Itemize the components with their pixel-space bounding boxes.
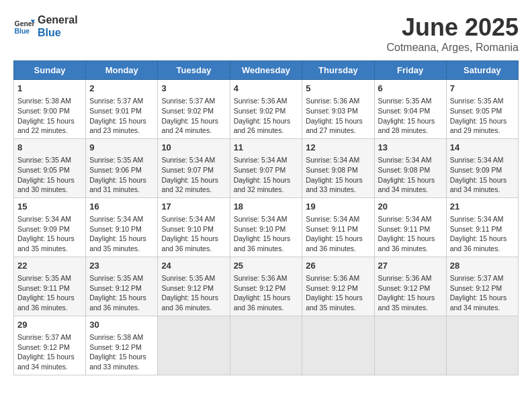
- table-row: 16Sunrise: 5:34 AMSunset: 9:10 PMDayligh…: [86, 197, 158, 257]
- table-row: [374, 316, 446, 375]
- page-header: General Blue General Blue June 2025 Cotm…: [13, 13, 519, 54]
- table-row: 23Sunrise: 5:35 AMSunset: 9:12 PMDayligh…: [86, 257, 158, 316]
- table-row: 26Sunrise: 5:36 AMSunset: 9:12 PMDayligh…: [302, 257, 374, 316]
- svg-text:Blue: Blue: [15, 28, 30, 35]
- calendar-week-row: 1Sunrise: 5:38 AMSunset: 9:00 PMDaylight…: [14, 80, 519, 139]
- table-row: [230, 316, 302, 375]
- logo-icon: General Blue: [13, 15, 35, 37]
- table-row: 29Sunrise: 5:37 AMSunset: 9:12 PMDayligh…: [14, 316, 86, 375]
- table-row: 1Sunrise: 5:38 AMSunset: 9:00 PMDaylight…: [14, 80, 86, 139]
- title-area: June 2025 Cotmeana, Arges, Romania: [386, 13, 519, 54]
- table-row: 2Sunrise: 5:37 AMSunset: 9:01 PMDaylight…: [86, 80, 158, 139]
- table-row: [158, 316, 230, 375]
- table-row: 20Sunrise: 5:34 AMSunset: 9:11 PMDayligh…: [374, 197, 446, 257]
- calendar-week-row: 15Sunrise: 5:34 AMSunset: 9:09 PMDayligh…: [14, 197, 519, 257]
- table-row: 3Sunrise: 5:37 AMSunset: 9:02 PMDaylight…: [158, 80, 230, 139]
- table-row: 17Sunrise: 5:34 AMSunset: 9:10 PMDayligh…: [158, 197, 230, 257]
- table-row: 15Sunrise: 5:34 AMSunset: 9:09 PMDayligh…: [14, 197, 86, 257]
- logo-line2: Blue: [38, 26, 78, 39]
- table-row: 21Sunrise: 5:34 AMSunset: 9:11 PMDayligh…: [446, 197, 518, 257]
- calendar-header-row: Sunday Monday Tuesday Wednesday Thursday…: [14, 61, 519, 80]
- table-row: [302, 316, 374, 375]
- logo-line1: General: [38, 13, 78, 26]
- calendar-week-row: 8Sunrise: 5:35 AMSunset: 9:05 PMDaylight…: [14, 138, 519, 197]
- header-wednesday: Wednesday: [230, 61, 302, 80]
- table-row: 10Sunrise: 5:34 AMSunset: 9:07 PMDayligh…: [158, 138, 230, 197]
- table-row: 25Sunrise: 5:36 AMSunset: 9:12 PMDayligh…: [230, 257, 302, 316]
- table-row: 30Sunrise: 5:38 AMSunset: 9:12 PMDayligh…: [86, 316, 158, 375]
- table-row: 4Sunrise: 5:36 AMSunset: 9:02 PMDaylight…: [230, 80, 302, 139]
- table-row: [446, 316, 518, 375]
- table-row: 8Sunrise: 5:35 AMSunset: 9:05 PMDaylight…: [14, 138, 86, 197]
- header-sunday: Sunday: [14, 61, 86, 80]
- page-title: June 2025: [386, 13, 519, 42]
- header-saturday: Saturday: [446, 61, 518, 80]
- table-row: 6Sunrise: 5:35 AMSunset: 9:04 PMDaylight…: [374, 80, 446, 139]
- header-monday: Monday: [86, 61, 158, 80]
- logo: General Blue General Blue: [13, 13, 78, 39]
- table-row: 13Sunrise: 5:34 AMSunset: 9:08 PMDayligh…: [374, 138, 446, 197]
- calendar-week-row: 29Sunrise: 5:37 AMSunset: 9:12 PMDayligh…: [14, 316, 519, 375]
- table-row: 7Sunrise: 5:35 AMSunset: 9:05 PMDaylight…: [446, 80, 518, 139]
- table-row: 12Sunrise: 5:34 AMSunset: 9:08 PMDayligh…: [302, 138, 374, 197]
- table-row: 9Sunrise: 5:35 AMSunset: 9:06 PMDaylight…: [86, 138, 158, 197]
- header-friday: Friday: [374, 61, 446, 80]
- table-row: 18Sunrise: 5:34 AMSunset: 9:10 PMDayligh…: [230, 197, 302, 257]
- table-row: 5Sunrise: 5:36 AMSunset: 9:03 PMDaylight…: [302, 80, 374, 139]
- table-row: 11Sunrise: 5:34 AMSunset: 9:07 PMDayligh…: [230, 138, 302, 197]
- table-row: 28Sunrise: 5:37 AMSunset: 9:12 PMDayligh…: [446, 257, 518, 316]
- page-subtitle: Cotmeana, Arges, Romania: [386, 42, 519, 54]
- header-tuesday: Tuesday: [158, 61, 230, 80]
- table-row: 19Sunrise: 5:34 AMSunset: 9:11 PMDayligh…: [302, 197, 374, 257]
- calendar-week-row: 22Sunrise: 5:35 AMSunset: 9:11 PMDayligh…: [14, 257, 519, 316]
- calendar-table: Sunday Monday Tuesday Wednesday Thursday…: [13, 60, 519, 375]
- table-row: 24Sunrise: 5:35 AMSunset: 9:12 PMDayligh…: [158, 257, 230, 316]
- header-thursday: Thursday: [302, 61, 374, 80]
- table-row: 14Sunrise: 5:34 AMSunset: 9:09 PMDayligh…: [446, 138, 518, 197]
- table-row: 27Sunrise: 5:36 AMSunset: 9:12 PMDayligh…: [374, 257, 446, 316]
- table-row: 22Sunrise: 5:35 AMSunset: 9:11 PMDayligh…: [14, 257, 86, 316]
